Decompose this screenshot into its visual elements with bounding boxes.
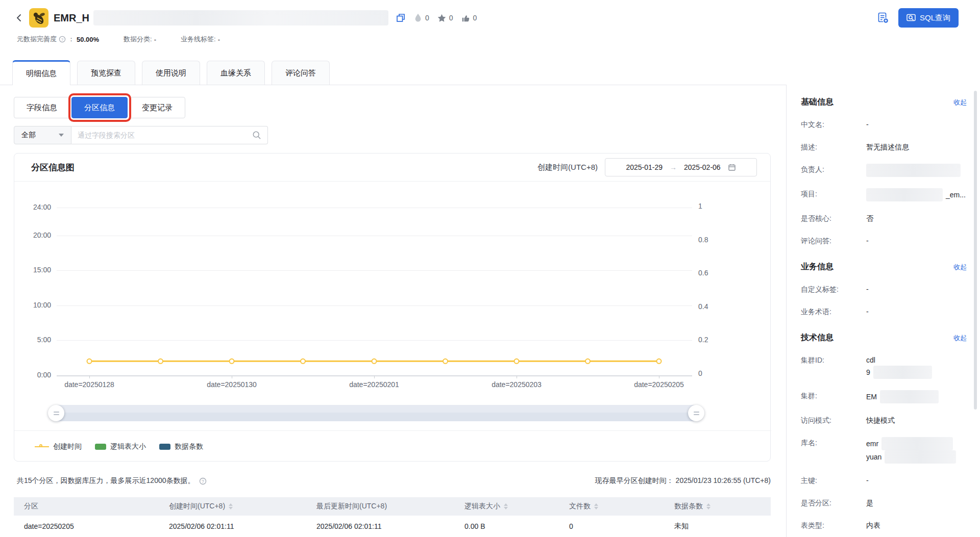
sidebar-field-line xyxy=(866,164,961,177)
sidebar-field-text: 暂无描述信息 xyxy=(866,141,909,152)
sidebar-field-line: 否 xyxy=(866,213,873,224)
data-point-marker xyxy=(443,359,448,364)
svg-text:?: ? xyxy=(202,478,204,483)
column-header[interactable]: 逻辑表大小 xyxy=(454,497,559,516)
tab-usage-notes[interactable]: 使用说明 xyxy=(142,61,200,85)
sidebar-field-line: - xyxy=(866,284,869,295)
column-header[interactable]: 数据条数 xyxy=(664,497,771,516)
chart-plot: 24:0020:0015:0010:005:000:0010.80.60.40.… xyxy=(14,182,771,396)
tab-lineage[interactable]: 血缘关系 xyxy=(207,61,265,85)
metadata-completeness: 元数据完善度 ? ： 50.00% xyxy=(17,35,99,44)
datazoom-left-handle[interactable] xyxy=(48,405,64,421)
sidebar-field-value: cdl9 xyxy=(866,354,932,379)
sort-down-caret xyxy=(229,507,233,509)
search-icon[interactable] xyxy=(252,131,261,140)
datazoom-right-handle[interactable] xyxy=(688,405,704,421)
column-header-label: 逻辑表大小 xyxy=(464,502,500,511)
sort-icon[interactable] xyxy=(706,503,710,509)
tab-comments-qa[interactable]: 评论问答 xyxy=(272,61,330,85)
sidebar-field-text: 9 xyxy=(866,367,870,378)
sidebar-field: 是否核心:否 xyxy=(801,213,967,224)
legend-item-swatch[interactable]: 逻辑表大小 xyxy=(95,442,146,451)
chart-card-header: 分区信息图 创建时间(UTC+8) 2025-01-29 → 2025-02-0… xyxy=(14,154,770,182)
partition-count-note: 共15个分区，因数据库压力，最多展示近12000条数据。 xyxy=(17,476,195,485)
sidebar-field-label: 评论问答: xyxy=(801,235,866,246)
tab-detail-info[interactable]: 明细信息 xyxy=(12,60,70,85)
sidebar-field-value: 内表 xyxy=(866,520,880,531)
partition-type-select[interactable]: 全部 xyxy=(14,126,71,144)
sidebar-field-value: - xyxy=(866,119,869,130)
annotation-highlight-box: 分区信息 xyxy=(68,93,131,122)
sidebar-field-value xyxy=(866,164,961,177)
range-end-date[interactable]: 2025-02-06 xyxy=(684,163,721,171)
sort-icon[interactable] xyxy=(594,503,598,509)
sidebar-field-value: 否 xyxy=(866,213,873,224)
column-header[interactable]: 最后更新时间(UTC+8) xyxy=(306,497,454,516)
copy-icon[interactable] xyxy=(396,13,406,23)
legend-label: 数据条数 xyxy=(175,442,203,451)
legend-line-dot xyxy=(39,444,42,447)
sort-up-caret xyxy=(229,503,233,506)
sidebar-section: 基础信息收起中文名:-描述:暂无描述信息负责人:项目:_em...是否核心:否评… xyxy=(801,97,967,246)
sidebar-scrollbar[interactable] xyxy=(974,91,977,410)
star-icon xyxy=(437,14,446,22)
legend-item-swatch[interactable]: 数据条数 xyxy=(159,442,203,451)
column-header[interactable]: 创建时间(UTC+8) xyxy=(159,497,306,516)
sidebar-field: 主键:- xyxy=(801,475,967,486)
help-icon[interactable]: ? xyxy=(199,477,207,485)
subtab-change-log[interactable]: 变更记录 xyxy=(129,97,185,118)
subtab-partition-info[interactable]: 分区信息 xyxy=(71,97,128,118)
like-count[interactable]: 0 xyxy=(461,14,477,22)
legend-item-line[interactable]: 创建时间 xyxy=(35,442,82,451)
main-tabbar: 明细信息 预览探查 使用说明 血缘关系 评论问答 xyxy=(0,60,786,85)
subtab-field-info[interactable]: 字段信息 xyxy=(14,97,70,118)
sidebar-field-value: - xyxy=(866,235,869,246)
collapse-link[interactable]: 收起 xyxy=(953,98,967,107)
back-icon[interactable] xyxy=(14,12,25,23)
sql-query-button[interactable]: SQL查询 xyxy=(898,8,959,28)
redacted-block xyxy=(866,164,961,177)
sort-icon[interactable] xyxy=(229,503,233,509)
data-point-marker xyxy=(657,359,662,364)
calendar-icon[interactable] xyxy=(728,163,736,171)
page-header: EMR_H 0 0 0 SQL查询 xyxy=(14,6,959,30)
sidebar-field-line: emr xyxy=(866,437,956,450)
sidebar-field: 表类型:内表 xyxy=(801,520,967,531)
datazoom-slider[interactable] xyxy=(56,405,696,421)
sort-icon[interactable] xyxy=(504,503,508,509)
range-start-date[interactable]: 2025-01-29 xyxy=(626,163,663,171)
tab-preview-explore[interactable]: 预览探查 xyxy=(77,61,135,85)
data-point-marker xyxy=(87,359,92,364)
sidebar-section: 技术信息收起集群ID:cdl9集群:EM访问模式:快捷模式库名:emryuan主… xyxy=(801,333,967,531)
sidebar-field: 自定义标签:- xyxy=(801,284,967,295)
collapse-link[interactable]: 收起 xyxy=(953,334,967,343)
chart-legend: 创建时间逻辑表大小数据条数 xyxy=(14,430,771,462)
star-count[interactable]: 0 xyxy=(437,14,453,22)
partition-filter-row: 全部 xyxy=(14,126,268,144)
sidebar-field-value: emryuan xyxy=(866,437,956,464)
data-point-marker xyxy=(585,359,590,364)
sidebar-field-text: cdl xyxy=(866,354,875,366)
partition-search-input[interactable] xyxy=(78,131,252,139)
sort-up-caret xyxy=(504,503,508,506)
table-row: date=202502052025/02/06 02:01:112025/02/… xyxy=(14,516,771,537)
column-header[interactable]: 文件数 xyxy=(559,497,664,516)
sidebar-section-header: 基础信息收起 xyxy=(801,97,967,108)
page-title: EMR_H xyxy=(54,12,89,24)
sidebar-field-line: 是 xyxy=(866,497,873,508)
date-range-picker[interactable]: 2025-01-29 → 2025-02-06 xyxy=(605,158,757,176)
sort-up-caret xyxy=(594,503,598,506)
legend-swatch xyxy=(95,444,106,450)
sidebar-field-text: emr xyxy=(866,438,878,449)
sidebar-field-text: 快捷模式 xyxy=(866,415,895,426)
sidebar-field: 访问模式:快捷模式 xyxy=(801,415,967,426)
sidebar-field-label: 访问模式: xyxy=(801,415,866,426)
sidebar-field-line: yuan xyxy=(866,450,956,464)
report-doc-icon[interactable] xyxy=(877,12,889,24)
sidebar-section-title: 业务信息 xyxy=(801,262,834,272)
collapse-link[interactable]: 收起 xyxy=(953,263,967,272)
sidebar-field-label: 集群: xyxy=(801,390,866,403)
column-header[interactable]: 分区 xyxy=(14,497,159,516)
help-icon[interactable]: ? xyxy=(59,36,66,43)
sidebar-field-label: 自定义标签: xyxy=(801,284,866,295)
